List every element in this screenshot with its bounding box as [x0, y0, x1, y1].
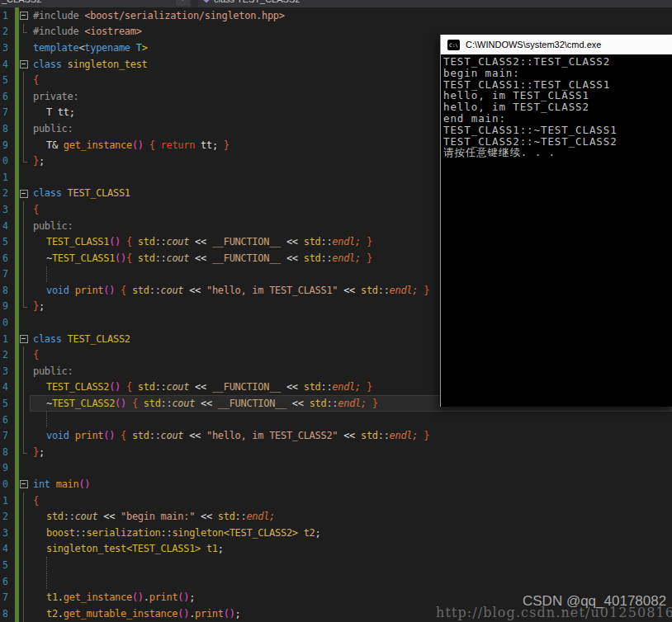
code-token: {: [132, 398, 138, 409]
fold-guide: [19, 72, 30, 88]
code-token: (): [115, 398, 126, 409]
fold-collapse-icon[interactable]: [19, 56, 30, 73]
code-token: print: [75, 285, 104, 296]
code-token: TEST_CLASS1: [52, 252, 115, 264]
line-number: 2: [0, 26, 8, 37]
code-token: get_instance: [64, 591, 132, 603]
code-token: (): [177, 591, 189, 603]
fold-guide: [19, 573, 30, 590]
code-token: class: [33, 59, 68, 70]
type-dropdown[interactable]: class TEST_CLASS2: [198, 0, 672, 7]
code-line-text: template<typename T>: [30, 42, 148, 54]
line-number: 9: [0, 300, 8, 312]
code-token: public:: [33, 365, 73, 377]
code-line-text: class TEST_CLASS2: [30, 333, 130, 345]
indent-guide: [46, 557, 47, 573]
console-output[interactable]: TEST_CLASS2::TEST_CLASS2begin main:TEST_…: [441, 54, 672, 407]
code-token: singleton_test: [68, 59, 148, 70]
code-token: <<: [183, 285, 206, 296]
chevron-down-icon[interactable]: ▼: [176, 0, 190, 6]
code-token: cout: [75, 511, 98, 522]
fold-guide: [19, 88, 30, 105]
code-token: endl;: [338, 398, 367, 409]
code-line: 6: [0, 412, 672, 428]
code-token: <boost/serialization/singleton.hpp>: [84, 10, 284, 21]
code-line-text: };: [30, 300, 45, 312]
code-token: <<: [195, 511, 218, 522]
code-line-text: std::cout << "begin main:" << std::endl;: [30, 511, 275, 522]
code-token: ::: [155, 236, 167, 247]
line-number: 8: [0, 608, 8, 620]
code-token: "hello, im TEST_CLASS2": [206, 430, 338, 441]
fold-guide: [19, 427, 30, 444]
fold-collapse-icon[interactable]: [19, 331, 30, 347]
code-line-text: class TEST_CLASS1: [30, 187, 130, 199]
code-token: T&: [46, 139, 64, 151]
code-token: {: [33, 204, 39, 215]
code-token: __FUNCTION__: [212, 381, 281, 393]
line-number: 8: [0, 123, 8, 134]
line-number: 4: [0, 59, 8, 70]
line-number: 9: [0, 462, 8, 474]
code-token: t1: [206, 543, 218, 554]
code-line: 3boost::serialization::singleton<TEST_CL…: [0, 525, 672, 541]
navigation-bar-inner: _CLASS2 ▼ class TEST_CLASS2: [0, 0, 672, 7]
line-number: 5: [0, 236, 8, 247]
code-token: class: [33, 187, 68, 199]
console-line: end main:: [443, 113, 672, 125]
code-line-text: public:: [30, 220, 73, 232]
fold-guide: [19, 541, 30, 558]
code-line: 4singleton_test<TEST_CLASS1> t1;: [0, 541, 672, 558]
line-number: 5: [0, 559, 8, 571]
line-number: 3: [0, 42, 8, 54]
code-token: std: [361, 430, 378, 441]
fold-collapse-icon[interactable]: [19, 186, 30, 202]
code-token: std: [310, 398, 327, 409]
console-line: begin main:: [443, 68, 672, 79]
code-token: cout: [161, 430, 184, 441]
class-icon: [202, 0, 210, 2]
editor-navigation-bar: _CLASS2 ▼ class TEST_CLASS2: [0, 0, 672, 7]
code-token: ;: [218, 543, 224, 554]
indent-guide: [46, 412, 47, 428]
code-line-text: void print() { std::cout << "hello, im T…: [30, 430, 429, 441]
code-token: }: [424, 430, 429, 441]
code-token: endl;: [390, 285, 419, 296]
fold-guide: [19, 589, 30, 606]
code-token: void: [46, 285, 75, 296]
code-token: (): [115, 252, 126, 264]
code-token: ::: [161, 527, 173, 539]
code-line-text: TEST_CLASS1() { std::cout << __FUNCTION_…: [30, 236, 372, 247]
member-dropdown[interactable]: _CLASS2: [0, 0, 192, 7]
code-token: get_instance: [64, 139, 132, 151]
code-token: {: [126, 236, 132, 247]
code-token: <<: [281, 252, 304, 264]
code-token: }: [33, 446, 39, 458]
code-line-text: t1.get_instance().print();: [30, 591, 195, 603]
code-token: std: [138, 381, 155, 393]
code-token: <iostream>: [84, 26, 141, 37]
code-token: singleton: [172, 527, 223, 539]
fold-collapse-icon[interactable]: [19, 7, 30, 24]
fold-collapse-icon[interactable]: [19, 476, 30, 492]
line-number: 7: [0, 591, 8, 603]
code-token: return: [161, 139, 196, 151]
code-token: TEST_CLASS2: [230, 527, 292, 539]
code-token: singleton_test: [46, 543, 126, 554]
code-token: [126, 430, 132, 441]
code-token: [115, 430, 121, 441]
code-line-text: T tt;: [30, 106, 75, 118]
visual-studio-window: _CLASS2 ▼ class TEST_CLASS2 1#include <b…: [0, 0, 672, 622]
line-number: 2: [0, 349, 8, 360]
code-token: <<: [189, 381, 212, 393]
code-line-text: public:: [30, 365, 73, 377]
line-number: 1: [0, 333, 8, 345]
code-token: ::: [320, 381, 332, 393]
code-token: <<: [281, 236, 304, 247]
console-line: hello, im TEST_CLASS2: [443, 101, 672, 113]
cmd-titlebar[interactable]: C:\ C:\WINDOWS\system32\cmd.exe: [441, 35, 672, 54]
code-token: endl;: [246, 511, 275, 522]
line-number: 8: [0, 285, 8, 296]
code-token: t2: [46, 608, 58, 620]
code-token: {: [126, 252, 132, 264]
